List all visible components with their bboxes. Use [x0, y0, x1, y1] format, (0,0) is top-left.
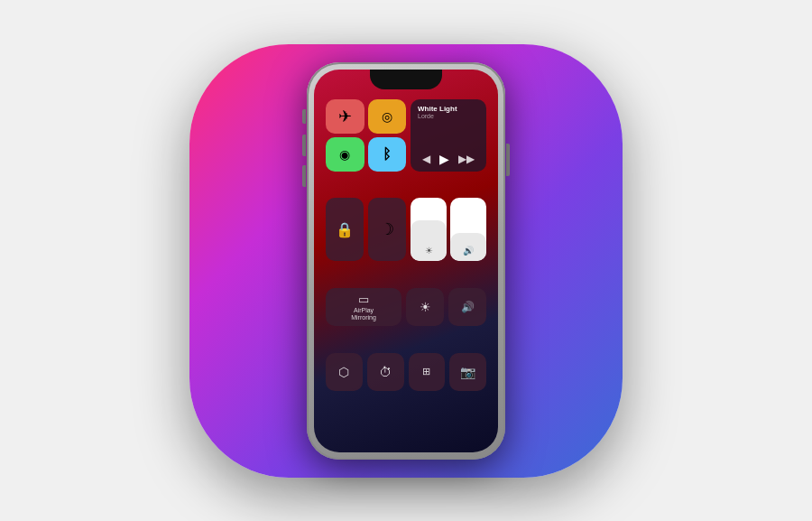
volume-control-tile[interactable]: 🔊 — [448, 288, 486, 326]
cellular-icon: ◎ — [382, 109, 392, 124]
dnd-icon: ☽ — [380, 219, 394, 239]
timer-icon: ⏱ — [379, 365, 392, 379]
airplay-icon: ▭ — [358, 293, 369, 306]
music-artist: Lorde — [418, 113, 479, 119]
connectivity-group: ✈ ◎ ◉ ᛒ — [326, 99, 406, 172]
volume-down-button — [302, 165, 306, 187]
bluetooth-icon: ᛒ — [383, 146, 392, 163]
cellular-tile[interactable]: ◎ — [368, 99, 407, 134]
music-info: White Light Lorde — [418, 105, 479, 120]
music-title: White Light — [418, 105, 479, 114]
volume-icon: 🔊 — [463, 246, 474, 256]
row-tools: ⬡ ⏱ ⊞ 📷 — [326, 353, 486, 391]
phone-body: ✈ ◎ ◉ ᛒ — [307, 62, 505, 460]
volume-slider[interactable]: 🔊 — [450, 198, 486, 261]
mute-button — [302, 109, 306, 124]
lock-rotation-icon: 🔒 — [336, 221, 354, 238]
row-airplay: ▭ AirPlayMirroring ☀ 🔊 — [326, 288, 486, 326]
airplane-mode-tile[interactable]: ✈ — [326, 99, 364, 134]
prev-button[interactable]: ◀ — [422, 153, 430, 165]
calculator-icon: ⊞ — [422, 366, 430, 377]
airplane-icon: ✈ — [338, 107, 352, 126]
flashlight-icon: ⬡ — [338, 365, 349, 379]
camera-tile[interactable]: 📷 — [449, 353, 486, 391]
airplay-mirroring-tile[interactable]: ▭ AirPlayMirroring — [326, 288, 401, 326]
play-button[interactable]: ▶ — [439, 152, 449, 166]
brightness-control-tile[interactable]: ☀ — [406, 288, 444, 326]
wifi-tile[interactable]: ◉ — [326, 137, 364, 172]
row-connectivity-music: ✈ ◎ ◉ ᛒ — [326, 99, 486, 172]
row-lock-dnd-sliders: 🔒 ☽ ☀ 🔊 — [326, 198, 486, 261]
speaker-icon: 🔊 — [461, 301, 475, 313]
timer-tile[interactable]: ⏱ — [367, 353, 404, 391]
rotation-lock-tile[interactable]: 🔒 — [326, 198, 364, 261]
app-icon-wrapper: ✈ ◎ ◉ ᛒ — [171, 26, 641, 496]
music-widget[interactable]: White Light Lorde ◀ ▶ ▶▶ — [411, 99, 486, 172]
control-center: ✈ ◎ ◉ ᛒ — [321, 95, 491, 445]
sun-icon: ☀ — [420, 300, 431, 314]
flashlight-tile[interactable]: ⬡ — [326, 353, 363, 391]
brightness-slider[interactable]: ☀ — [411, 198, 447, 261]
wifi-icon: ◉ — [339, 147, 350, 162]
bluetooth-tile[interactable]: ᛒ — [368, 137, 407, 172]
do-not-disturb-tile[interactable]: ☽ — [368, 198, 406, 261]
music-controls: ◀ ▶ ▶▶ — [418, 152, 479, 166]
phone-screen: ✈ ◎ ◉ ᛒ — [314, 70, 498, 452]
airplay-label: AirPlayMirroring — [351, 307, 376, 322]
power-button — [506, 144, 510, 176]
brightness-icon: ☀ — [425, 246, 433, 256]
volume-up-button — [302, 135, 306, 156]
camera-icon: 📷 — [460, 365, 475, 379]
next-button[interactable]: ▶▶ — [458, 153, 475, 165]
notch — [370, 70, 442, 89]
phone-container: ✈ ◎ ◉ ᛒ — [307, 62, 505, 460]
slider-group: ☀ 🔊 — [411, 198, 486, 261]
calculator-tile[interactable]: ⊞ — [409, 353, 446, 391]
